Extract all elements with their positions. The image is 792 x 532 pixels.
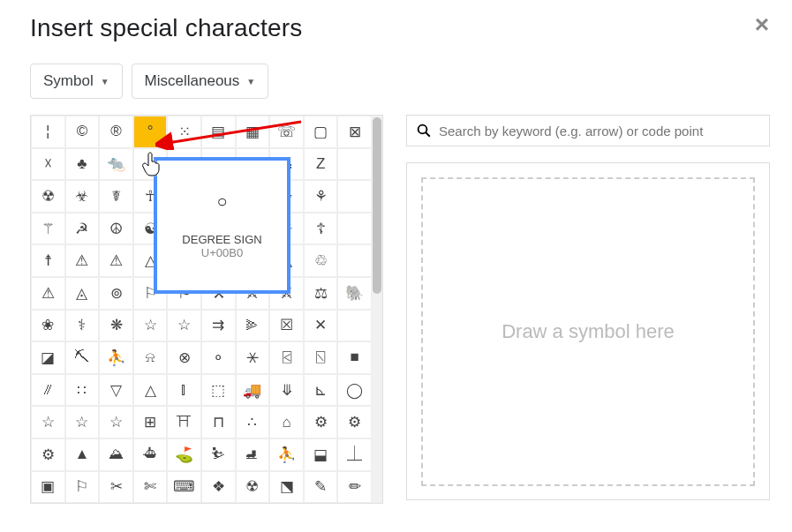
character-cell[interactable]: ☆ xyxy=(99,406,133,438)
search-input[interactable] xyxy=(439,124,760,139)
character-cell[interactable] xyxy=(337,244,372,277)
character-cell[interactable]: ⊓ xyxy=(201,406,236,438)
character-cell[interactable]: ⊚ xyxy=(99,277,133,310)
subcategory-dropdown[interactable]: Miscellaneous ▼ xyxy=(132,64,269,99)
character-cell[interactable]: ✎ xyxy=(304,471,338,504)
character-cell[interactable]: ⫽ xyxy=(31,374,65,407)
character-cell[interactable]: ☆ xyxy=(133,310,168,342)
character-cell[interactable]: ☒ xyxy=(269,310,304,342)
character-cell[interactable]: ▽ xyxy=(99,374,133,407)
character-cell[interactable]: ✄ xyxy=(133,471,168,504)
character-cell[interactable]: ∷ xyxy=(65,374,100,407)
character-cell[interactable]: ✂ xyxy=(99,471,133,504)
character-cell[interactable]: Z xyxy=(304,148,338,181)
character-cell[interactable]: ☏ xyxy=(269,116,304,148)
character-cell[interactable]: ⚹ xyxy=(236,341,270,374)
character-cell[interactable]: ⏊ xyxy=(337,438,372,471)
character-cell[interactable]: ⚠ xyxy=(65,244,100,277)
character-cell[interactable]: ❖ xyxy=(201,471,236,504)
character-cell[interactable]: ☆ xyxy=(167,310,201,342)
character-cell[interactable]: ⬓ xyxy=(304,438,338,471)
character-cell[interactable]: ☢ xyxy=(31,180,65,213)
character-cell[interactable]: ⊾ xyxy=(304,374,338,407)
character-cell[interactable]: ⚙ xyxy=(31,438,65,471)
character-cell[interactable]: ☢ xyxy=(236,471,270,504)
character-cell[interactable]: ⛹ xyxy=(269,438,304,471)
character-cell[interactable]: ☆ xyxy=(65,406,100,438)
character-cell[interactable]: ☨ xyxy=(31,244,65,277)
character-cell[interactable]: ◬ xyxy=(65,277,100,310)
character-cell[interactable]: ⊞ xyxy=(133,406,168,438)
character-cell[interactable]: ° xyxy=(133,116,168,148)
character-cell[interactable]: ◪ xyxy=(31,341,65,374)
character-cell[interactable]: ▲ xyxy=(65,438,100,471)
character-cell[interactable]: ♣ xyxy=(65,148,100,181)
character-cell[interactable]: ☤ xyxy=(99,180,133,213)
character-cell[interactable]: ☓ xyxy=(31,148,65,181)
character-cell[interactable]: ⛸ xyxy=(236,438,270,471)
character-cell[interactable]: © xyxy=(65,116,100,148)
character-cell[interactable] xyxy=(337,310,372,342)
draw-box[interactable]: Draw a symbol here xyxy=(406,162,770,500)
character-cell[interactable]: ⚠ xyxy=(31,277,65,310)
close-button[interactable]: × xyxy=(748,9,776,41)
character-cell[interactable]: ⌂ xyxy=(269,406,304,438)
character-cell[interactable]: 🚚 xyxy=(236,374,270,407)
character-cell[interactable]: ⊗ xyxy=(167,341,201,374)
category-dropdown[interactable]: Symbol ▼ xyxy=(30,64,123,99)
character-cell[interactable]: ¦ xyxy=(31,116,65,148)
character-cell[interactable]: △ xyxy=(133,374,168,407)
character-cell[interactable]: ⬔ xyxy=(269,471,304,504)
character-cell[interactable]: ⛴ xyxy=(133,438,168,471)
character-cell[interactable]: ❋ xyxy=(99,310,133,342)
character-cell[interactable]: ⚙ xyxy=(304,406,338,438)
character-cell[interactable]: ⛹ xyxy=(99,341,133,374)
character-cell[interactable]: 🐀 xyxy=(99,148,133,181)
character-cell[interactable]: ⫸ xyxy=(236,310,270,342)
character-cell[interactable]: ◯ xyxy=(337,374,372,407)
scrollbar-track[interactable] xyxy=(372,116,382,503)
character-cell[interactable]: ⚘ xyxy=(304,180,338,213)
character-cell[interactable]: ▢ xyxy=(304,116,338,148)
scrollbar-thumb[interactable] xyxy=(373,117,381,294)
character-cell[interactable]: ✏ xyxy=(337,471,372,504)
character-cell[interactable]: ⚠ xyxy=(99,244,133,277)
character-cell[interactable] xyxy=(337,148,372,181)
character-cell[interactable]: ⫿ xyxy=(167,374,201,407)
character-cell[interactable]: ▤ xyxy=(201,116,236,148)
character-cell[interactable]: ® xyxy=(99,116,133,148)
character-cell[interactable]: ⊠ xyxy=(337,116,372,148)
character-cell[interactable]: ⚙ xyxy=(337,406,372,438)
character-cell[interactable]: ⁙ xyxy=(167,116,201,148)
character-cell[interactable]: ⚚ xyxy=(31,213,65,245)
character-cell[interactable]: ⤋ xyxy=(269,374,304,407)
character-cell[interactable]: ▦ xyxy=(236,116,270,148)
character-cell[interactable]: ☦ xyxy=(304,213,338,245)
character-cell[interactable]: ⛏ xyxy=(65,341,100,374)
character-cell[interactable]: ⌨ xyxy=(167,471,201,504)
character-cell[interactable]: ♲ xyxy=(304,244,338,277)
character-cell[interactable]: ☮ xyxy=(99,213,133,245)
character-cell[interactable]: ⍾ xyxy=(133,341,168,374)
character-cell[interactable] xyxy=(337,180,372,213)
character-cell[interactable]: ☆ xyxy=(31,406,65,438)
character-cell[interactable]: ❀ xyxy=(31,310,65,342)
character-cell[interactable]: ☣ xyxy=(65,180,100,213)
character-cell[interactable]: 🐘 xyxy=(337,277,372,310)
character-cell[interactable]: ⚬ xyxy=(201,341,236,374)
character-cell[interactable]: ⚖ xyxy=(304,277,338,310)
draw-area[interactable]: Draw a symbol here xyxy=(421,177,755,486)
character-cell[interactable]: ⍃ xyxy=(269,341,304,374)
character-cell[interactable]: ■ xyxy=(337,341,372,374)
character-cell[interactable]: ⛰ xyxy=(99,438,133,471)
character-cell[interactable]: ⛳ xyxy=(167,438,201,471)
character-cell[interactable]: ☭ xyxy=(65,213,100,245)
character-cell[interactable] xyxy=(337,213,372,245)
character-cell[interactable]: ∴ xyxy=(236,406,270,438)
character-cell[interactable]: ⚕ xyxy=(65,310,100,342)
character-cell[interactable]: ⛷ xyxy=(201,438,236,471)
search-box[interactable] xyxy=(406,115,770,146)
character-cell[interactable]: ⍂ xyxy=(304,341,338,374)
character-cell[interactable]: ⬚ xyxy=(201,374,236,407)
character-cell[interactable]: ✕ xyxy=(304,310,338,342)
